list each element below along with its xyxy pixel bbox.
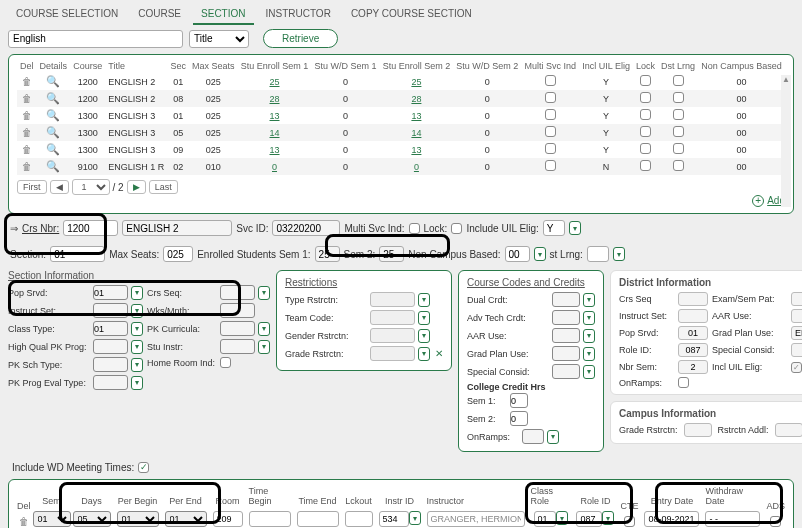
cell-dst-chk[interactable]: [673, 75, 684, 86]
cell-lock-chk[interactable]: [640, 75, 651, 86]
sc-dd[interactable]: [583, 365, 595, 379]
delete-icon[interactable]: 🗑: [22, 93, 32, 104]
hqpk-input[interactable]: [93, 339, 128, 354]
b-rid-dd[interactable]: [602, 511, 614, 525]
tab-copy-course-section[interactable]: COPY COURSE SECTION: [343, 4, 480, 25]
b-pb[interactable]: 01: [117, 511, 159, 527]
delete-icon[interactable]: 🗑: [22, 76, 32, 87]
cell-se2[interactable]: 13: [411, 145, 421, 155]
table-row[interactable]: 🗑🔍9100ENGLISH 1 R020100000N00: [17, 158, 785, 175]
pkcurr-input[interactable]: [220, 321, 255, 336]
maxseats-input[interactable]: [163, 246, 193, 262]
cell-se2[interactable]: 28: [411, 94, 421, 104]
crsnbr-input[interactable]: [63, 220, 118, 236]
cell-dst-chk[interactable]: [673, 92, 684, 103]
retrieve-button[interactable]: Retrieve: [263, 29, 338, 48]
table-row[interactable]: 🗑🔍1300ENGLISH 305025140140Y00: [17, 124, 785, 141]
dual-input[interactable]: [552, 292, 580, 307]
crsseq-input[interactable]: [220, 285, 255, 300]
cell-se1[interactable]: 14: [270, 128, 280, 138]
instrset-input[interactable]: [93, 303, 128, 318]
tab-course[interactable]: COURSE: [130, 4, 189, 25]
team-input[interactable]: [370, 310, 415, 325]
cell-se2[interactable]: 25: [411, 77, 421, 87]
cell-dst-chk[interactable]: [673, 143, 684, 154]
b-cte[interactable]: [624, 516, 635, 527]
b-del[interactable]: 🗑: [19, 516, 29, 527]
b-wdt[interactable]: [705, 511, 760, 527]
gender-dd[interactable]: [418, 329, 430, 343]
cell-msi-chk[interactable]: [545, 75, 556, 86]
lock-checkbox[interactable]: [451, 223, 462, 234]
msi-checkbox[interactable]: [409, 223, 420, 234]
s1-input[interactable]: [510, 393, 528, 408]
table-row[interactable]: 🗑🔍1300ENGLISH 309025130130Y00: [17, 141, 785, 158]
pkcurr-dd[interactable]: [258, 322, 270, 336]
dst-input[interactable]: [587, 246, 609, 262]
b-te[interactable]: [297, 511, 339, 527]
b-room[interactable]: [213, 511, 243, 527]
grade-dd[interactable]: [418, 347, 430, 361]
delete-icon[interactable]: 🗑: [22, 127, 32, 138]
cell-se2[interactable]: 14: [411, 128, 421, 138]
pager-next[interactable]: ▶: [127, 180, 146, 194]
cell-lock-chk[interactable]: [640, 160, 651, 171]
table-row[interactable]: 🗑🔍1200ENGLISH 201025250250Y00: [17, 73, 785, 90]
gpu-dd[interactable]: [583, 347, 595, 361]
delete-icon[interactable]: 🗑: [22, 110, 32, 121]
gpu-input[interactable]: [552, 346, 580, 361]
details-icon[interactable]: 🔍: [46, 109, 60, 121]
wd-checkbox[interactable]: ✓: [138, 462, 149, 473]
cell-msi-chk[interactable]: [545, 92, 556, 103]
aar-input[interactable]: [552, 328, 580, 343]
ncb-dropdown[interactable]: [534, 247, 546, 261]
adv-input[interactable]: [552, 310, 580, 325]
table-row[interactable]: 🗑🔍1200ENGLISH 208025280280Y00: [17, 90, 785, 107]
team-dd[interactable]: [418, 311, 430, 325]
dual-dd[interactable]: [583, 293, 595, 307]
tab-course-selection[interactable]: COURSE SELECTION: [8, 4, 126, 25]
b-ed[interactable]: [644, 511, 699, 527]
grid-scrollbar[interactable]: ▲: [781, 75, 791, 207]
onr-dd[interactable]: [547, 430, 559, 444]
cell-se1[interactable]: 28: [270, 94, 280, 104]
grade-input[interactable]: [370, 346, 415, 361]
b-tb[interactable]: [249, 511, 291, 527]
classtype-input[interactable]: [93, 321, 128, 336]
subject-input[interactable]: [8, 30, 183, 48]
cell-msi-chk[interactable]: [545, 160, 556, 171]
details-icon[interactable]: 🔍: [46, 92, 60, 104]
cell-dst-chk[interactable]: [673, 126, 684, 137]
b-cr-dd[interactable]: [556, 511, 568, 525]
stuinstr-input[interactable]: [220, 339, 255, 354]
pksch-input[interactable]: [93, 357, 128, 372]
hqpk-dd[interactable]: [131, 340, 143, 354]
popsrvd-dd[interactable]: [131, 286, 143, 300]
type-input[interactable]: [370, 292, 415, 307]
s2-input[interactable]: [510, 411, 528, 426]
dst-dropdown[interactable]: [613, 247, 625, 261]
b-iid[interactable]: [379, 511, 409, 527]
pager-page-select[interactable]: 1: [72, 179, 110, 195]
details-icon[interactable]: 🔍: [46, 160, 60, 172]
title-select[interactable]: Title: [189, 30, 249, 48]
popsrvd-input[interactable]: [93, 285, 128, 300]
cell-se1[interactable]: 0: [272, 162, 277, 172]
cell-dst-chk[interactable]: [673, 109, 684, 120]
cell-lock-chk[interactable]: [640, 109, 651, 120]
cell-se1[interactable]: 13: [270, 145, 280, 155]
crsseq-dd[interactable]: [258, 286, 270, 300]
section-input[interactable]: [50, 246, 105, 262]
cell-lock-chk[interactable]: [640, 126, 651, 137]
cell-dst-chk[interactable]: [673, 160, 684, 171]
cell-msi-chk[interactable]: [545, 109, 556, 120]
b-days[interactable]: 05: [73, 511, 111, 527]
cell-se1[interactable]: 25: [270, 77, 280, 87]
type-dd[interactable]: [418, 293, 430, 307]
pager-prev[interactable]: ◀: [50, 180, 69, 194]
uil-input[interactable]: [543, 220, 565, 236]
hri-checkbox[interactable]: [220, 357, 231, 368]
cell-se2[interactable]: 0: [414, 162, 419, 172]
cell-se2[interactable]: 13: [411, 111, 421, 121]
pksch-dd[interactable]: [131, 358, 143, 372]
